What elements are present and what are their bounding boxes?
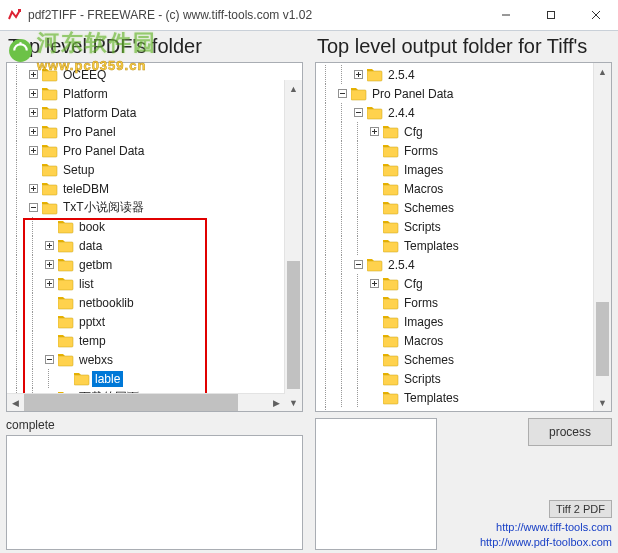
tree-item[interactable]: getbm — [9, 255, 285, 274]
left-vertical-scrollbar[interactable]: ▲ ▼ — [284, 80, 302, 411]
tree-item[interactable]: list — [9, 274, 285, 293]
tree-item-label[interactable]: Setup — [60, 162, 97, 178]
tree-item-label[interactable]: data — [76, 238, 105, 254]
scroll-up-button[interactable]: ▲ — [594, 63, 611, 80]
scroll-down-button[interactable]: ▼ — [285, 394, 302, 411]
tree-item[interactable]: Forms — [318, 293, 594, 312]
tree-item[interactable]: 2.4.4 — [318, 103, 594, 122]
tree-item[interactable]: Pro Panel Data — [9, 141, 285, 160]
tree-item[interactable]: Scripts — [318, 369, 594, 388]
tree-item-label[interactable]: teleDBM — [60, 181, 112, 197]
tree-item-label[interactable]: Pro Panel Data — [60, 143, 147, 159]
scroll-thumb[interactable] — [24, 394, 238, 411]
tree-item-label[interactable]: Platform — [60, 86, 111, 102]
scroll-thumb[interactable] — [596, 302, 609, 376]
tree-item[interactable]: Forms — [318, 141, 594, 160]
tree-item-label[interactable]: Forms — [401, 295, 441, 311]
tree-item-label[interactable]: Cfg — [401, 124, 426, 140]
tree-item-label[interactable]: Schemes — [401, 200, 457, 216]
tree-item[interactable]: temp — [9, 331, 285, 350]
tree-item[interactable]: Templates — [318, 388, 594, 407]
process-button[interactable]: process — [528, 418, 612, 446]
tree-expander[interactable] — [350, 67, 366, 83]
tree-item-label[interactable]: webxs — [76, 352, 116, 368]
tree-item-label[interactable]: Macros — [401, 333, 446, 349]
tree-item[interactable]: Templates — [318, 236, 594, 255]
scroll-thumb[interactable] — [287, 261, 300, 389]
tree-item[interactable]: data — [9, 236, 285, 255]
scroll-track[interactable] — [24, 394, 268, 411]
tiff2pdf-button[interactable]: Tiff 2 PDF — [549, 500, 612, 518]
tree-item[interactable]: book — [9, 217, 285, 236]
left-horizontal-scrollbar[interactable]: ◀ ▶ — [7, 393, 285, 411]
tree-item-label[interactable]: Images — [401, 314, 446, 330]
window-close-button[interactable] — [573, 0, 618, 30]
tree-item-label[interactable]: 2.5.4 — [385, 257, 418, 273]
tree-item-label[interactable]: Scripts — [401, 371, 444, 387]
tree-item[interactable]: Schemes — [318, 350, 594, 369]
tree-item-label[interactable]: lable — [92, 371, 123, 387]
tree-item[interactable]: Images — [318, 160, 594, 179]
tree-expander[interactable] — [25, 181, 41, 197]
scroll-track[interactable] — [285, 97, 302, 394]
tree-item-label[interactable]: Platform Data — [60, 105, 139, 121]
tree-item-label[interactable]: getbm — [76, 257, 115, 273]
tree-item[interactable]: teleDBM — [9, 179, 285, 198]
tree-item[interactable]: Images — [318, 312, 594, 331]
right-vertical-scrollbar[interactable]: ▲ ▼ — [593, 63, 611, 411]
tree-item[interactable]: Pro Panel — [9, 122, 285, 141]
tree-item-label[interactable]: Pro Panel — [60, 124, 119, 140]
tree-item[interactable]: pptxt — [9, 312, 285, 331]
window-minimize-button[interactable] — [483, 0, 528, 30]
tree-item-label[interactable]: book — [76, 219, 108, 235]
tree-item-label[interactable]: Templates — [401, 238, 462, 254]
tree-item-label[interactable]: Forms — [401, 143, 441, 159]
scroll-left-button[interactable]: ◀ — [7, 394, 24, 411]
tree-expander[interactable] — [350, 257, 366, 273]
right-tree[interactable]: 2.5.4Pro Panel Data2.4.4CfgFormsImagesMa… — [315, 62, 612, 412]
tree-expander[interactable] — [41, 257, 57, 273]
pdf-toolbox-link[interactable]: http://www.pdf-toolbox.com — [480, 536, 612, 548]
tree-item[interactable]: Scripts — [318, 217, 594, 236]
scroll-up-button[interactable]: ▲ — [285, 80, 302, 97]
tree-item[interactable]: 2.5.4 — [318, 65, 594, 84]
tree-item[interactable]: Platform — [9, 84, 285, 103]
log-output-box[interactable] — [6, 435, 303, 550]
tree-item[interactable]: Platform Data — [9, 103, 285, 122]
scroll-track[interactable] — [594, 80, 611, 394]
tree-expander[interactable] — [366, 276, 382, 292]
tree-item[interactable]: 2.5.4 — [318, 255, 594, 274]
tree-item[interactable]: Cfg — [318, 122, 594, 141]
scroll-down-button[interactable]: ▼ — [594, 394, 611, 411]
tree-expander[interactable] — [41, 276, 57, 292]
tree-expander[interactable] — [334, 86, 350, 102]
tree-expander[interactable] — [25, 124, 41, 140]
tree-item-label[interactable]: pptxt — [76, 314, 108, 330]
tree-item[interactable]: TxT小说阅读器 — [9, 198, 285, 217]
tree-item-label[interactable]: Templates — [401, 390, 462, 406]
tree-expander[interactable] — [25, 86, 41, 102]
tree-item[interactable]: netbooklib — [9, 293, 285, 312]
tree-item-label[interactable]: temp — [76, 333, 109, 349]
tree-item[interactable]: Setup — [318, 407, 594, 411]
tree-item[interactable]: Pro Panel Data — [318, 84, 594, 103]
tree-item-label[interactable]: list — [76, 276, 97, 292]
scroll-right-button[interactable]: ▶ — [268, 394, 285, 411]
tree-item-label[interactable]: 2.4.4 — [385, 105, 418, 121]
tree-item-label[interactable]: Schemes — [401, 352, 457, 368]
tree-item-label[interactable]: netbooklib — [76, 295, 137, 311]
tree-item-label[interactable]: Setup — [369, 409, 406, 412]
tree-expander[interactable] — [25, 67, 41, 83]
tree-item-label[interactable]: Images — [401, 162, 446, 178]
tree-expander[interactable] — [350, 105, 366, 121]
tree-item[interactable]: Setup — [9, 160, 285, 179]
window-maximize-button[interactable] — [528, 0, 573, 30]
tiff-tools-link[interactable]: http://www.tiff-tools.com — [496, 521, 612, 533]
tree-item[interactable]: Schemes — [318, 198, 594, 217]
tree-expander[interactable] — [366, 124, 382, 140]
tree-item[interactable]: lable — [9, 369, 285, 388]
tree-item[interactable]: Cfg — [318, 274, 594, 293]
tree-expander[interactable] — [334, 409, 350, 412]
tree-expander[interactable] — [25, 200, 41, 216]
tree-item-label[interactable]: Macros — [401, 181, 446, 197]
